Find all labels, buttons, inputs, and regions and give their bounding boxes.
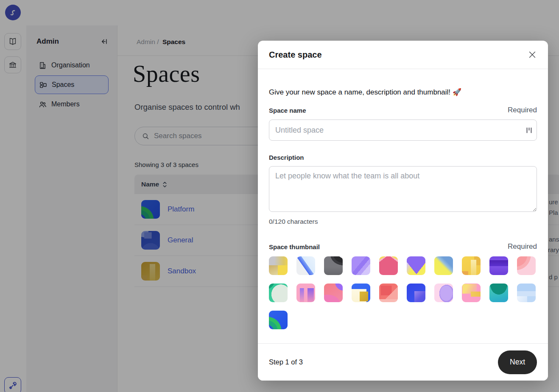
modal-intro-text: Give your new space a name, description …	[269, 88, 450, 96]
thumbnail-option-gold-panels[interactable]	[462, 256, 481, 275]
description-textarea[interactable]	[269, 166, 537, 212]
thumbnail-option-teal-dome[interactable]	[489, 284, 508, 302]
thumbnail-option-blue-yellow-split[interactable]	[434, 256, 453, 275]
thumbnail-option-blue-cream-gold[interactable]	[352, 284, 370, 302]
modal-footer: Step 1 of 3 Next	[258, 343, 548, 381]
space-thumbnail-label: Space thumbnail	[269, 243, 320, 250]
thumbnail-option-yellow-purple-peak[interactable]	[407, 256, 425, 275]
thumbnail-option-violet-band[interactable]	[489, 256, 508, 275]
thumbnail-option-pink-lavender-ellipse[interactable]	[434, 284, 453, 302]
create-space-modal: Create space Give your new space a name,…	[258, 41, 548, 381]
thumbnail-option-teal-pale-circle[interactable]	[269, 284, 288, 302]
close-icon[interactable]	[528, 50, 537, 59]
thumbnail-option-blue-purple-corner[interactable]	[407, 284, 425, 302]
app-screen: Admin Organisation Spaces Members	[0, 0, 559, 392]
modal-intro: Give your new space a name, description …	[269, 88, 537, 97]
thumbnail-option-blue-diagonal-stripe[interactable]	[296, 256, 315, 275]
required-badge: Required	[508, 242, 537, 251]
modal-header: Create space	[258, 41, 548, 69]
thumbnail-option-red-folded[interactable]	[379, 284, 398, 302]
thumbnail-option-pink-v-on-yellow[interactable]	[379, 256, 398, 275]
thumbnail-option-coral-violet-blob[interactable]	[324, 284, 343, 302]
thumbnail-option-charcoal-swoosh[interactable]	[324, 256, 343, 275]
thumbnail-option-gray-gold-quadrants[interactable]	[269, 256, 288, 275]
rocket-emoji: 🚀	[453, 88, 461, 96]
thumbnail-grid	[269, 256, 537, 329]
thumbnail-option-pink-coral-arc[interactable]	[517, 256, 536, 275]
thumbnail-option-pink-gradient-columns[interactable]	[296, 284, 315, 302]
random-name-icon[interactable]	[526, 127, 532, 133]
thumbnail-option-pink-yellow-blocks[interactable]	[462, 284, 481, 302]
space-name-label: Space name	[269, 107, 306, 114]
character-counter: 0/120 characters	[269, 218, 537, 225]
required-badge: Required	[508, 106, 537, 114]
thumbnail-option-purple-diagonal[interactable]	[352, 256, 370, 275]
step-indicator: Step 1 of 3	[269, 358, 303, 366]
space-name-input[interactable]	[269, 120, 537, 141]
thumbnail-option-blue-green-arcs[interactable]	[269, 311, 288, 329]
description-label: Description	[269, 154, 304, 161]
modal-title: Create space	[269, 50, 322, 60]
thumbnail-option-pale-blue-blocks[interactable]	[517, 284, 536, 302]
next-button[interactable]: Next	[498, 350, 537, 374]
modal-body: Give your new space a name, description …	[258, 69, 548, 329]
